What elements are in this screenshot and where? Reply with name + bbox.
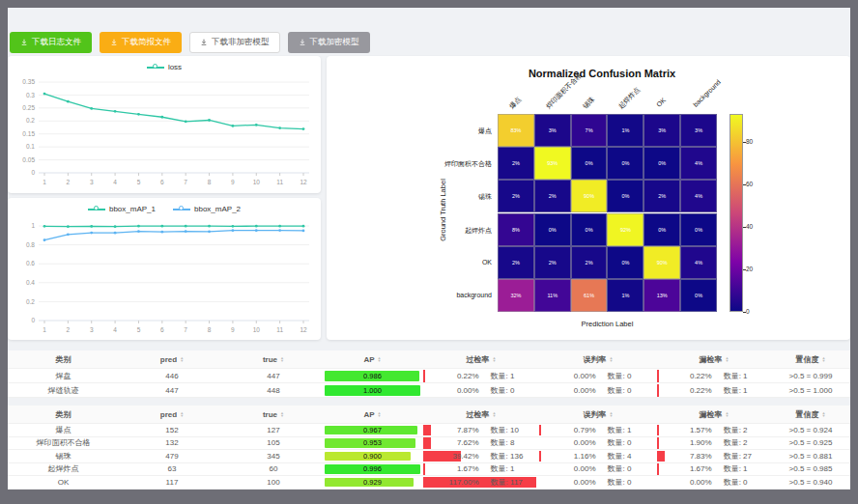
matrix-cell[interactable]: 2% (571, 246, 608, 279)
matrix-cell[interactable]: 0% (534, 213, 571, 246)
data-point[interactable] (232, 229, 235, 232)
matrix-cell[interactable]: 90% (571, 180, 608, 212)
data-point[interactable] (255, 225, 258, 228)
sort-icon[interactable]: ▲▼ (726, 411, 729, 417)
column-header[interactable]: true▲▼ (225, 406, 322, 423)
matrix-cell[interactable]: 3% (680, 114, 717, 147)
matrix-cell[interactable]: 0% (607, 180, 644, 212)
data-point[interactable] (185, 120, 187, 123)
data-point[interactable] (114, 225, 117, 228)
column-header[interactable]: 误判率▲▼ (539, 406, 657, 423)
matrix-cell[interactable]: 90% (644, 246, 680, 279)
data-point[interactable] (137, 113, 140, 116)
matrix-cell[interactable]: 2% (498, 246, 534, 279)
data-point[interactable] (185, 225, 187, 228)
matrix-cell[interactable]: 13% (644, 279, 680, 312)
data-point[interactable] (208, 119, 211, 122)
sort-icon[interactable]: ▲▼ (378, 411, 382, 417)
table-row[interactable]: 锡珠4793450.90039.42%数量: 1361.16%数量: 47.83… (8, 450, 850, 463)
matrix-cell[interactable]: 0% (680, 279, 717, 312)
data-point[interactable] (302, 127, 305, 130)
data-point[interactable] (90, 107, 93, 110)
matrix-cell[interactable]: 11% (534, 279, 571, 312)
sort-icon[interactable]: ▲▼ (180, 356, 184, 362)
matrix-cell[interactable]: 4% (680, 246, 717, 279)
matrix-cell[interactable]: 0% (607, 147, 644, 180)
matrix-cell[interactable]: 83% (498, 114, 534, 147)
sort-icon[interactable]: ▲▼ (180, 411, 184, 417)
series-line-loss[interactable] (44, 94, 303, 129)
column-header[interactable]: 过检率▲▼ (423, 350, 539, 368)
legend-item-loss[interactable]: loss (147, 63, 182, 71)
column-header[interactable]: 漏检率▲▼ (657, 406, 771, 423)
data-point[interactable] (67, 233, 70, 236)
data-point[interactable] (137, 225, 140, 228)
sort-icon[interactable]: ▲▼ (726, 356, 729, 362)
table-row[interactable]: 焊缝轨迹4474481.0000.00%数量: 00.00%数量: 00.22%… (8, 383, 850, 398)
data-point[interactable] (232, 125, 235, 127)
matrix-cell[interactable]: 0% (571, 147, 608, 180)
data-point[interactable] (278, 225, 281, 228)
matrix-cell[interactable]: 2% (498, 147, 534, 180)
column-header[interactable]: pred▲▼ (119, 406, 225, 423)
matrix-cell[interactable]: 4% (680, 180, 717, 212)
data-point[interactable] (278, 126, 281, 129)
download-log-button[interactable]: 下载日志文件 (10, 32, 92, 53)
data-point[interactable] (278, 229, 281, 232)
data-point[interactable] (160, 231, 163, 234)
legend-item-bbox-map-1[interactable]: bbox_mAP_1 (88, 205, 156, 213)
data-point[interactable] (160, 116, 163, 119)
matrix-cell[interactable]: 8% (498, 213, 534, 246)
series-line-bbox_mAP_2[interactable] (44, 231, 303, 240)
table-row[interactable]: 焊盘4464470.9860.22%数量: 10.00%数量: 00.22%数量… (8, 369, 850, 383)
data-point[interactable] (43, 93, 46, 96)
data-point[interactable] (90, 232, 93, 235)
data-point[interactable] (208, 225, 211, 228)
download-encrypted-model-button[interactable]: 下载加密模型 (288, 32, 370, 53)
data-point[interactable] (232, 225, 235, 228)
table-row[interactable]: OK1171000.929117.00%数量: 1170.00%数量: 00.0… (8, 476, 850, 490)
matrix-cell[interactable]: 0% (680, 213, 717, 246)
table-row[interactable]: 焊印面积不合格1321050.9537.62%数量: 80.00%数量: 01.… (8, 437, 850, 451)
matrix-cell[interactable]: 3% (534, 114, 571, 147)
matrix-cell[interactable]: 1% (607, 114, 644, 147)
matrix-cell[interactable]: 4% (680, 147, 717, 180)
data-point[interactable] (208, 230, 211, 233)
column-header[interactable]: 置信度▲▼ (771, 406, 850, 423)
sort-icon[interactable]: ▲▼ (378, 356, 382, 362)
column-header[interactable]: 置信度▲▼ (771, 350, 850, 368)
sort-icon[interactable]: ▲▼ (822, 411, 826, 417)
matrix-cell[interactable]: 7% (571, 114, 608, 147)
download-report-button[interactable]: 下载简报文件 (100, 32, 182, 53)
download-plain-model-button[interactable]: 下载非加密模型 (189, 32, 280, 53)
sort-icon[interactable]: ▲▼ (610, 356, 614, 362)
column-header[interactable]: pred▲▼ (119, 350, 225, 368)
matrix-cell[interactable]: 93% (534, 147, 571, 180)
data-point[interactable] (185, 230, 187, 233)
matrix-cell[interactable]: 3% (644, 114, 680, 147)
column-header[interactable]: 误判率▲▼ (539, 350, 657, 368)
column-header[interactable]: 过检率▲▼ (423, 406, 539, 423)
data-point[interactable] (255, 124, 258, 126)
sort-icon[interactable]: ▲▼ (493, 411, 497, 417)
matrix-cell[interactable]: 2% (498, 180, 534, 212)
matrix-cell[interactable]: 32% (498, 279, 534, 312)
column-header[interactable]: AP▲▼ (322, 406, 423, 423)
matrix-cell[interactable]: 92% (607, 213, 644, 246)
data-point[interactable] (43, 238, 46, 241)
data-point[interactable] (302, 225, 305, 228)
matrix-cell[interactable]: 61% (571, 279, 608, 312)
table-row[interactable]: 起焊炸点63600.9961.67%数量: 10.00%数量: 01.67%数量… (8, 463, 850, 477)
legend-item-bbox-map-2[interactable]: bbox_mAP_2 (173, 205, 241, 213)
sort-icon[interactable]: ▲▼ (822, 356, 826, 362)
data-point[interactable] (114, 232, 117, 235)
sort-icon[interactable]: ▲▼ (280, 356, 284, 362)
matrix-cell[interactable]: 1% (607, 279, 644, 312)
data-point[interactable] (90, 225, 93, 228)
data-point[interactable] (302, 230, 305, 233)
data-point[interactable] (114, 110, 117, 113)
sort-icon[interactable]: ▲▼ (493, 356, 497, 362)
matrix-cell[interactable]: 2% (644, 180, 680, 212)
matrix-cell[interactable]: 2% (534, 180, 571, 212)
data-point[interactable] (67, 100, 70, 103)
